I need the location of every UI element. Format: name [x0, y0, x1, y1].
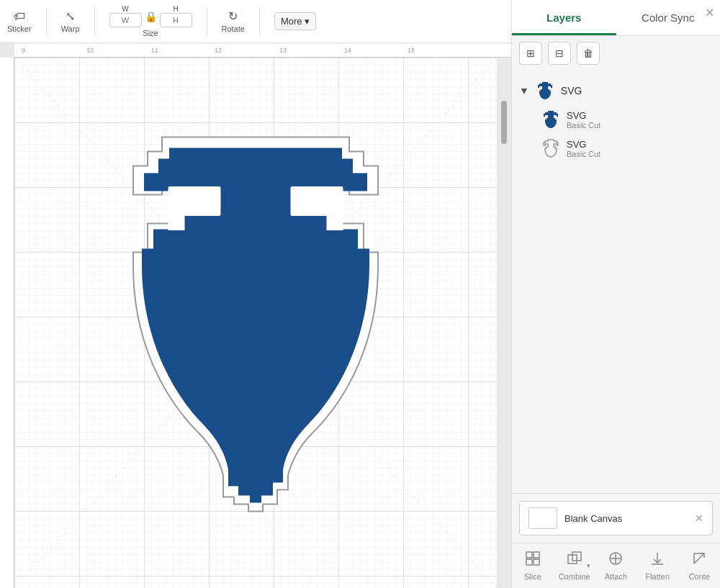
layer-item-1[interactable]: SVG Basic Cut [512, 105, 720, 134]
svg-rect-10 [526, 552, 532, 558]
blank-canvas-card[interactable]: Blank Canvas ✕ [519, 501, 713, 535]
contour-tool[interactable]: Conte [682, 551, 716, 581]
bell-svg [104, 108, 407, 518]
ruler-mark-9: 9 [22, 47, 25, 54]
layer-1-info: SVG Basic Cut [567, 110, 600, 130]
ruler-vertical [0, 58, 14, 588]
rotate-icon: ↻ [228, 9, 238, 23]
layer-panel-toolbar: ⊞ ⊟ 🗑 [512, 36, 720, 71]
svg-line-20 [694, 553, 704, 564]
warp-icon: ⤡ [66, 9, 75, 23]
layer-2-thumbnail [541, 138, 561, 158]
combine-icon [567, 551, 582, 570]
combine-tool[interactable]: Combine ▾ [557, 551, 592, 581]
size-tool[interactable]: W 🔒 H Size [109, 5, 192, 37]
tab-layers[interactable]: Layers [512, 0, 616, 35]
svg-rect-13 [534, 559, 539, 565]
svg-rect-12 [526, 559, 532, 565]
ungroup-layers-button[interactable]: ⊟ [548, 42, 571, 65]
close-panel-button[interactable]: ✕ [705, 6, 714, 19]
tabs-bar: Layers Color Sync ✕ [512, 0, 720, 36]
more-label: More [281, 16, 302, 27]
group-layers-button[interactable]: ⊞ [519, 42, 542, 65]
contour-icon [691, 551, 707, 570]
group-label: SVG [561, 85, 582, 96]
vertical-scrollbar[interactable] [501, 101, 507, 144]
combine-label: Combine [559, 572, 590, 581]
ruler-mark-12: 12 [215, 47, 222, 54]
flatten-label: Flatten [645, 572, 670, 581]
contour-label: Conte [688, 572, 709, 581]
divider3 [207, 7, 207, 36]
height-input-group: H [160, 5, 192, 27]
sticker-label: Sticker [7, 24, 32, 33]
divider [46, 7, 47, 36]
svg-rect-9 [328, 214, 342, 229]
sticker-tool[interactable]: 🏷 Sticker [7, 10, 32, 33]
delete-icon: 🗑 [583, 48, 593, 59]
group-icon: ⊞ [526, 48, 535, 59]
bottom-toolbar: Slice Combine ▾ Attach [512, 543, 720, 588]
sticker-icon: 🏷 [14, 10, 25, 23]
height-label: H [173, 5, 178, 13]
bell-illustration[interactable] [104, 108, 407, 521]
attach-icon [608, 551, 624, 570]
canvas-area: 9 10 11 12 13 14 15 [0, 43, 511, 588]
svg-rect-11 [534, 552, 539, 558]
blank-canvas-thumbnail [528, 507, 557, 529]
slice-icon [525, 551, 541, 570]
blank-canvas-label: Blank Canvas [564, 513, 622, 524]
close-blank-button[interactable]: ✕ [695, 512, 703, 524]
ruler-mark-15: 15 [408, 47, 415, 54]
tab-color-sync-label: Color Sync [642, 12, 694, 24]
ruler-horizontal: 9 10 11 12 13 14 15 [14, 43, 511, 58]
layer-group-svg[interactable]: ▼ SVG [512, 76, 720, 105]
delete-layer-button[interactable]: 🗑 [577, 42, 600, 65]
main-canvas[interactable] [14, 58, 497, 588]
slice-tool[interactable]: Slice [516, 551, 550, 581]
ungroup-icon: ⊟ [555, 48, 564, 59]
slice-svg [525, 551, 541, 566]
warp-tool[interactable]: ⤡ Warp [61, 9, 80, 33]
bell-thumb-group [536, 81, 554, 101]
width-input[interactable] [109, 13, 142, 27]
ruler-mark-11: 11 [151, 47, 158, 54]
more-button[interactable]: More ▾ [274, 12, 316, 30]
layer-2-name: SVG [567, 139, 600, 150]
flatten-icon [649, 551, 665, 570]
rotate-tool[interactable]: ↻ Rotate [222, 9, 245, 33]
svg-rect-7 [292, 187, 342, 214]
toolbar: 🏷 Sticker ⤡ Warp W 🔒 H Size ↻ Rotate Mor… [0, 0, 511, 43]
contour-svg [691, 551, 707, 566]
ruler-mark-10: 10 [86, 47, 94, 54]
ruler-mark-13: 13 [279, 47, 287, 54]
height-input[interactable] [160, 13, 192, 27]
layers-list: ▼ SVG SVG Basic Cut [512, 71, 720, 493]
combine-svg [567, 551, 582, 566]
attach-tool[interactable]: Attach [598, 551, 633, 581]
tab-underline [512, 33, 616, 35]
flatten-tool[interactable]: Flatten [640, 551, 675, 581]
bell-thumb-1 [542, 109, 559, 130]
svg-rect-5 [245, 461, 266, 489]
layer-item-2[interactable]: SVG Basic Cut [512, 134, 720, 163]
svg-rect-6 [169, 187, 220, 214]
more-arrow-icon: ▾ [305, 16, 310, 27]
width-label: W [122, 5, 128, 13]
group-thumbnail [535, 81, 555, 101]
slice-label: Slice [524, 572, 541, 581]
tab-layers-label: Layers [546, 12, 581, 24]
layer-1-thumbnail [541, 109, 561, 130]
width-input-group: W [109, 5, 142, 27]
rotate-label: Rotate [222, 24, 245, 33]
combine-arrow-icon: ▾ [587, 562, 590, 569]
right-panel: Layers Color Sync ✕ ⊞ ⊟ 🗑 ▼ SVG [511, 0, 720, 588]
blank-canvas-section: Blank Canvas ✕ [512, 493, 720, 543]
divider4 [259, 7, 260, 36]
layer-2-info: SVG Basic Cut [567, 139, 600, 158]
attach-label: Attach [605, 572, 627, 581]
layer-1-sub: Basic Cut [567, 121, 600, 130]
svg-rect-8 [169, 214, 184, 229]
bell-thumb-2 [542, 138, 559, 158]
attach-svg [608, 551, 624, 566]
